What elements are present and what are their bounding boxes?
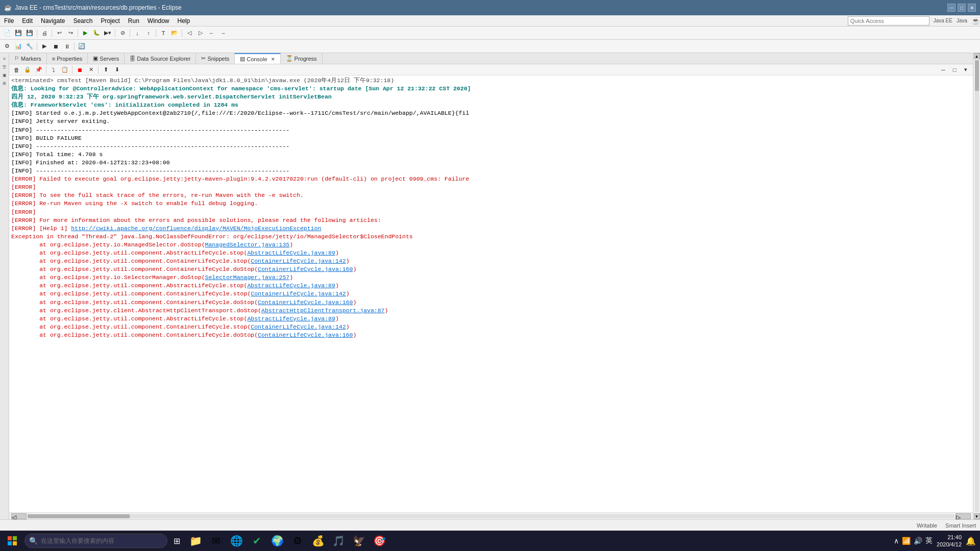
close-button[interactable]: ✕ [968,4,976,12]
back-button[interactable]: ← [207,28,217,38]
tray-wifi-icon[interactable]: 📶 [902,537,911,545]
sidebar-icon-2[interactable]: ☰ [1,63,8,70]
prev-edit-button[interactable]: ◁ [184,28,194,38]
stack-link-1[interactable]: ManagedSelector.java:135 [205,241,290,249]
taskbar-finance[interactable]: 💰 [309,532,327,550]
maximize-button[interactable]: □ [958,4,966,12]
toolbar2-btn6[interactable]: ⏸ [62,41,72,52]
stack-link-5[interactable]: SelectorManager.java:257 [205,273,290,282]
quick-access-input[interactable] [848,16,929,26]
console-close-icon[interactable]: ✕ [271,57,275,62]
clear-console-button[interactable]: 🗑 [11,65,21,75]
help-link[interactable]: http://cwiki.apache.org/confluence/displ… [71,224,321,233]
run-config-button[interactable]: ▶▾ [103,28,113,38]
scroll-lock-button[interactable]: 🔒 [22,65,33,75]
taskbar-settings[interactable]: ⚙ [288,532,307,550]
tab-servers[interactable]: ▣ Servers [88,53,125,64]
next-annotation-button[interactable]: ↓ [132,28,142,38]
taskbar-app-extra[interactable]: 🎯 [370,532,388,550]
tab-datasource[interactable]: 🗄 Data Source Explorer [125,53,196,64]
menu-edit[interactable]: Edit [18,16,37,26]
undo-button[interactable]: ↩ [54,28,64,38]
taskbar-file-explorer[interactable]: 📁 [186,532,205,550]
open-resource-button[interactable]: 📂 [169,28,180,38]
menu-search[interactable]: Search [69,16,96,26]
h-scroll-left[interactable]: ◁ [11,513,27,519]
tab-markers[interactable]: ⚐ Markers [9,53,47,64]
print-button[interactable]: 🖨 [39,28,50,38]
h-scroll-thumb[interactable] [28,514,130,518]
tray-volume-icon[interactable]: 🔊 [914,537,922,545]
view-menu-button[interactable]: ▾ [961,65,971,75]
tab-progress[interactable]: ⏳ Progress [281,53,323,64]
notification-icon[interactable]: 🔔 [966,536,976,546]
v-scroll-up[interactable]: ▲ [974,53,980,59]
sidebar-icon-1[interactable]: ≡ [1,55,8,62]
taskbar-media[interactable]: 🎵 [329,532,348,550]
stack-link-10[interactable]: AbstractLifeCycle.java:89 [247,315,335,323]
redo-button[interactable]: ↪ [65,28,76,38]
close-console-button[interactable]: ⬇ [112,65,122,75]
toolbar2-btn4[interactable]: ▶ [39,41,50,52]
menu-run[interactable]: Run [124,16,143,26]
toolbar2-btn3[interactable]: 🔧 [24,41,35,52]
word-wrap-button[interactable]: ⤵ [48,65,59,75]
tray-input-method[interactable]: 英 [925,536,933,545]
taskbar-hawk[interactable]: 🦅 [350,532,368,550]
stack-link-11[interactable]: ContainerLifeCycle.java:142 [251,323,346,331]
stack-link-12[interactable]: ContainerLifeCycle.java:160 [258,331,353,339]
next-edit-button[interactable]: ▷ [195,28,206,38]
save-button[interactable]: 💾 [13,28,23,38]
menu-project[interactable]: Project [96,16,124,26]
stack-link-3[interactable]: ContainerLifeCycle.java:142 [251,257,346,265]
menu-help[interactable]: Help [174,16,194,26]
open-console-button[interactable]: ⬆ [101,65,111,75]
debug-button[interactable]: 🐛 [91,28,102,38]
stop-server-button[interactable]: ⏹ [75,65,85,75]
stack-link-4[interactable]: ContainerLifeCycle.java:160 [258,265,353,273]
taskbar-search-input[interactable] [41,537,163,544]
stack-link-6[interactable]: AbstractLifeCycle.java:89 [247,282,335,290]
maximize-view-button[interactable]: □ [949,65,960,75]
v-scroll-thumb[interactable] [975,60,979,91]
horizontal-scrollbar[interactable]: ◁ ▷ [9,512,973,519]
toolbar2-btn1[interactable]: ⚙ [2,41,12,52]
open-type-button[interactable]: T [158,28,168,38]
v-scroll-down[interactable]: ▼ [974,513,980,519]
task-view-button[interactable]: ⊞ [169,532,184,550]
save-all-button[interactable]: 💾 [24,28,35,38]
minimize-button[interactable]: ─ [947,4,955,12]
run-button[interactable]: ▶ [80,28,90,38]
java-ee-label[interactable]: Java EE [934,18,952,23]
taskbar-mail[interactable]: ✉ [207,532,225,550]
skip-breakpoints-button[interactable]: ⊘ [117,28,128,38]
stack-link-8[interactable]: ContainerLifeCycle.java:160 [258,298,353,307]
tray-expand-icon[interactable]: ∧ [894,537,899,545]
vertical-scrollbar[interactable]: ▲ ▼ [973,53,980,519]
menu-file[interactable]: File [0,16,18,26]
prev-annotation-button[interactable]: ↑ [143,28,154,38]
menu-navigate[interactable]: Navigate [37,16,69,26]
pin-console-button[interactable]: 📌 [34,65,44,75]
toolbar2-btn7[interactable]: 🔄 [77,41,87,52]
new-file-button[interactable]: 📄 [2,28,12,38]
menu-window[interactable]: Window [143,16,174,26]
h-scroll-track[interactable] [28,514,954,518]
tab-console[interactable]: ▤ Console ✕ [235,53,280,64]
taskbar-app-green[interactable]: ✔ [248,532,266,550]
copy-button[interactable]: 📋 [60,65,70,75]
v-scroll-track[interactable] [975,60,979,512]
minimize-view-button[interactable]: ─ [938,65,948,75]
system-clock[interactable]: 21:40 2020/4/12 [937,534,962,548]
stack-link-9[interactable]: AbstractHttpClientTransport.java:87 [261,307,385,315]
forward-button[interactable]: → [218,28,228,38]
tab-properties[interactable]: ≡ Properties [47,53,88,64]
remove-terminated-button[interactable]: ✕ [86,65,96,75]
sidebar-icon-4[interactable]: ⊞ [1,80,8,87]
toolbar2-btn2[interactable]: 📊 [13,41,23,52]
h-scroll-right[interactable]: ▷ [955,513,971,519]
taskbar-chrome[interactable]: 🌍 [268,532,286,550]
taskbar-search[interactable]: 🔍 [24,534,167,548]
stack-link-7[interactable]: ContainerLifeCycle.java:142 [251,290,346,298]
java-label[interactable]: Java [957,18,967,23]
